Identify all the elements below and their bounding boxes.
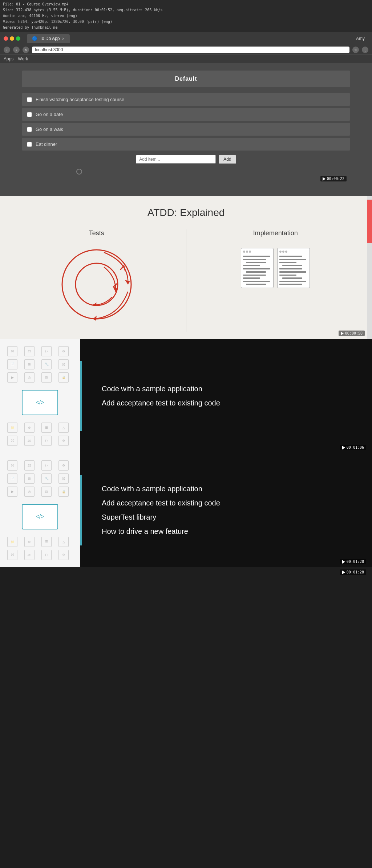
todo-checkbox-3[interactable] <box>27 142 32 147</box>
traffic-lights <box>4 36 20 41</box>
code-line <box>243 281 270 282</box>
icon-cell: JS <box>24 346 35 356</box>
slide-text-1-1: Add acceptance test to existing code <box>102 399 357 407</box>
scrollbar-thumb[interactable] <box>367 200 372 243</box>
code-window-2 <box>277 248 310 288</box>
playback-time-slide1: 00:01:06 <box>340 445 366 450</box>
icon-cell: ⚙ <box>58 550 69 560</box>
code-line <box>279 256 302 257</box>
laptop-code-icon-2: </> <box>22 504 58 529</box>
svg-point-0 <box>62 250 131 319</box>
code-line <box>279 281 306 282</box>
code-line <box>279 271 306 273</box>
icon-cell: 🔒 <box>58 372 69 383</box>
icon-cell: ▶ <box>7 487 17 497</box>
code-brackets-icon-2: </> <box>36 513 44 520</box>
todo-item-0: Finish watching acceptance testing cours… <box>22 93 350 106</box>
refresh-button[interactable]: ↻ <box>23 47 29 53</box>
atdd-circle-svg <box>57 244 137 324</box>
laptop-code-icon: </> <box>22 390 58 415</box>
play-icon <box>323 177 326 181</box>
back-button[interactable]: ‹ <box>4 47 10 53</box>
icon-cell: JS <box>24 550 35 560</box>
icon-cell: 📁 <box>7 537 17 547</box>
atdd-section: ATDD: Explained Tests <box>0 196 372 339</box>
code-dot <box>279 251 282 253</box>
code-line <box>279 262 296 263</box>
cursor-area <box>22 167 350 175</box>
icon-cell: ⚙ <box>58 346 69 356</box>
bookmark-button[interactable]: ☆ <box>352 47 359 53</box>
playback-badge-atdd: 00:00:50 <box>339 331 365 336</box>
icon-cell: ⊕ <box>24 423 35 433</box>
icon-grid-top-2: ⌘ JS ⟨⟩ ⚙ 📄 ⊞ 🔧 ⟨/⟩ ▶ ◎ ⊟ 🔒 <box>7 460 73 497</box>
code-line <box>279 284 302 285</box>
icon-grid-bottom-2: 📁 ⊕ ☰ △ ⌘ JS ⟨⟩ ⚙ <box>7 537 73 560</box>
title-bar: 🔵 To Do App ✕ Amy <box>0 32 372 45</box>
cyan-accent-bar-1 <box>80 361 82 431</box>
add-item-button[interactable]: Add <box>219 155 236 164</box>
minimize-window-button[interactable] <box>10 36 14 41</box>
atdd-timestamp-area: 00:00:50 <box>339 331 365 336</box>
forward-button[interactable]: › <box>13 47 20 53</box>
tab-close-button[interactable]: ✕ <box>62 37 65 41</box>
icon-cell: ⌘ <box>7 550 17 560</box>
todo-app: Default Finish watching acceptance testi… <box>0 63 372 196</box>
media-info-line5: Generated by Thumbnail me <box>3 25 369 31</box>
todo-checkbox-1[interactable] <box>27 112 32 117</box>
bookmark-work[interactable]: Work <box>18 56 28 61</box>
slide-bg-2: ⌘ JS ⟨⟩ ⚙ 📄 ⊞ 🔧 ⟨/⟩ ▶ ◎ ⊟ 🔒 </> 📁 ⊕ ☰ △ … <box>0 453 80 567</box>
icon-cell: ⌘ <box>7 346 17 356</box>
menu-button[interactable]: ⋮ <box>362 47 368 53</box>
fullscreen-window-button[interactable] <box>16 36 20 41</box>
slide-text-2-0: Code with a sample application <box>102 485 357 493</box>
code-dot <box>282 251 284 253</box>
code-line <box>282 265 302 267</box>
icon-cell: ◎ <box>24 372 35 383</box>
icon-cell: △ <box>58 423 69 433</box>
user-label: Amy <box>356 36 368 41</box>
bookmark-apps[interactable]: Apps <box>4 56 13 61</box>
slide-bg-1: ⌘ JS ⟨⟩ ⚙ 📄 ⊞ 🔧 ⟨/⟩ ▶ ◎ ⊟ 🔒 </> 📁 ⊕ ☰ △ … <box>0 339 80 453</box>
icon-cell: ⟨⟩ <box>41 436 52 446</box>
code-dot <box>249 251 251 253</box>
address-bar[interactable] <box>32 47 349 53</box>
icon-cell: ◎ <box>24 487 35 497</box>
playback-overlay-1: 00:00:22 <box>22 175 350 181</box>
code-line <box>243 268 270 269</box>
playback-badge-slide1: 00:01:06 <box>340 445 366 450</box>
icon-cell: ⊞ <box>24 359 35 369</box>
icon-cell: ⟨⟩ <box>41 346 52 356</box>
todo-checkbox-0[interactable] <box>27 97 32 102</box>
code-line <box>243 277 260 279</box>
playback-badge-1: 00:00:22 <box>320 176 347 181</box>
icon-cell: ⚙ <box>58 436 69 446</box>
playback-badge-slide2: 00:01:28 <box>340 559 366 564</box>
icon-cell: ⟨/⟩ <box>58 359 69 369</box>
code-line <box>279 268 302 269</box>
code-line <box>279 259 306 260</box>
icon-cell: ⟨⟩ <box>41 550 52 560</box>
tests-column: Tests <box>7 229 186 332</box>
address-bar-row: ‹ › ↻ ☆ ⋮ <box>0 45 372 55</box>
todo-label-2: Go on a walk <box>36 127 63 132</box>
code-line <box>243 275 266 276</box>
add-item-input[interactable] <box>136 155 216 164</box>
final-timestamp: 00:01:28 <box>347 570 364 574</box>
svg-line-2 <box>120 267 123 270</box>
todo-default-header: Default <box>22 71 350 87</box>
play-icon-final <box>342 571 345 574</box>
code-line <box>282 277 302 279</box>
icon-cell: ⊕ <box>24 537 35 547</box>
atdd-scrollbar[interactable] <box>367 196 372 339</box>
timestamp-slide1: 00:01:06 <box>347 445 364 449</box>
media-info-bar: File: 01 - Course Overview.mp4 Size: 372… <box>0 0 372 32</box>
slide-section-1: ⌘ JS ⟨⟩ ⚙ 📄 ⊞ 🔧 ⟨/⟩ ▶ ◎ ⊟ 🔒 </> 📁 ⊕ ☰ △ … <box>0 339 372 453</box>
todo-checkbox-2[interactable] <box>27 127 32 132</box>
svg-point-1 <box>76 263 118 305</box>
close-window-button[interactable] <box>4 36 8 41</box>
active-tab[interactable]: 🔵 To Do App ✕ <box>27 34 70 43</box>
icon-grid-top: ⌘ JS ⟨⟩ ⚙ 📄 ⊞ 🔧 ⟨/⟩ ▶ ◎ ⊟ 🔒 <box>7 346 73 383</box>
code-line <box>246 262 266 263</box>
play-icon-atdd <box>341 332 344 335</box>
